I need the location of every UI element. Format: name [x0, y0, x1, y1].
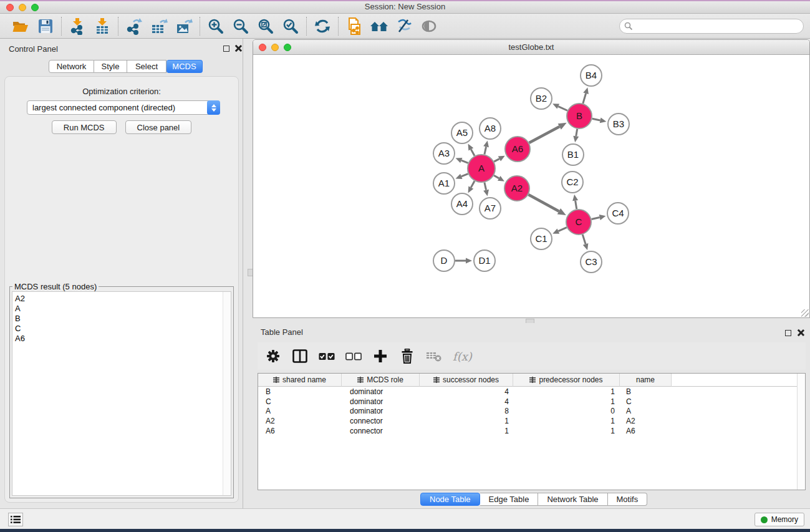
graph-node-A3[interactable]: A3: [433, 143, 455, 164]
graph-node-A6[interactable]: A6: [505, 137, 530, 162]
tab-node-table[interactable]: Node Table: [420, 493, 480, 506]
column-header-mcds-role[interactable]: MCDS role: [342, 374, 420, 387]
close-panel-icon[interactable]: [234, 45, 241, 52]
graph-node-A5[interactable]: A5: [451, 122, 473, 143]
column-header-predecessor-nodes[interactable]: predecessor nodes: [513, 374, 620, 387]
run-mcds-button[interactable]: Run MCDS: [52, 120, 117, 134]
hide-selected-icon[interactable]: [395, 17, 413, 36]
graph-node-B[interactable]: B: [567, 104, 592, 128]
graph-edge[interactable]: [494, 175, 499, 178]
mcds-result-item[interactable]: A2: [15, 294, 25, 304]
add-column-icon[interactable]: [372, 348, 388, 364]
window-resize-grip[interactable]: [801, 309, 809, 317]
mcds-result-item[interactable]: B: [15, 314, 25, 324]
zoom-selected-icon[interactable]: [281, 17, 300, 36]
network-window-titlebar[interactable]: testGlobe.txt: [253, 40, 809, 55]
refresh-icon[interactable]: [313, 17, 332, 36]
mcds-result-item[interactable]: A: [15, 304, 25, 314]
graph-edge[interactable]: [558, 107, 567, 111]
graph-node-C[interactable]: C: [566, 210, 591, 235]
column-header-name[interactable]: name: [620, 374, 672, 387]
graph-edge[interactable]: [471, 149, 475, 155]
close-panel-icon[interactable]: [797, 329, 804, 336]
tab-network-table[interactable]: Network Table: [538, 493, 607, 506]
save-session-icon[interactable]: [36, 17, 55, 36]
mcds-result-item[interactable]: A6: [15, 334, 25, 344]
graph-node-C1[interactable]: C1: [531, 228, 552, 249]
tab-style[interactable]: Style: [94, 60, 127, 73]
graph-edge[interactable]: [576, 129, 577, 137]
table-row[interactable]: Adominator80A: [258, 407, 805, 417]
graph-node-A1[interactable]: A1: [433, 173, 455, 194]
column-visibility-icon[interactable]: [292, 348, 308, 364]
graph-node-A[interactable]: A: [468, 155, 495, 182]
graph-node-A2[interactable]: A2: [504, 176, 529, 201]
search-field[interactable]: [619, 19, 804, 34]
mcds-list-scrollbar[interactable]: [223, 292, 231, 495]
zoom-in-icon[interactable]: [206, 17, 225, 36]
export-image-icon[interactable]: [175, 17, 193, 36]
tab-select[interactable]: Select: [127, 60, 166, 73]
mcds-result-list[interactable]: A2ABCA6: [12, 291, 231, 496]
graph-edge[interactable]: [583, 94, 586, 104]
open-session-icon[interactable]: [11, 17, 30, 36]
column-header-successor-nodes[interactable]: successor nodes: [420, 374, 513, 387]
graph-node-D1[interactable]: D1: [474, 250, 495, 271]
graph-edge[interactable]: [485, 182, 486, 190]
graph-node-A4[interactable]: A4: [451, 193, 473, 215]
zoom-out-icon[interactable]: [231, 17, 250, 36]
graph-edge[interactable]: [582, 235, 586, 244]
graph-node-B4[interactable]: B4: [581, 65, 602, 86]
graph-node-B2[interactable]: B2: [531, 88, 552, 109]
table-row[interactable]: A6connector11A6: [258, 426, 805, 436]
window-titlebar[interactable]: Session: New Session: [0, 0, 810, 14]
tab-mcds[interactable]: MCDS: [166, 60, 203, 73]
graph-node-D[interactable]: D: [433, 250, 455, 271]
float-panel-icon[interactable]: [223, 46, 229, 52]
select-all-checkboxes-icon[interactable]: [319, 348, 335, 364]
tab-motifs[interactable]: Motifs: [608, 493, 648, 506]
dropdown-stepper-icon[interactable]: [207, 100, 220, 115]
function-builder-icon[interactable]: f(x): [453, 350, 472, 363]
table-row[interactable]: Bdominator41B: [258, 387, 805, 397]
first-neighbors-icon[interactable]: [370, 17, 388, 36]
table-scrollbar[interactable]: [797, 374, 805, 490]
delete-table-icon[interactable]: [426, 348, 442, 364]
graph-edge[interactable]: [528, 195, 559, 211]
graph-node-B3[interactable]: B3: [608, 114, 629, 135]
table-row[interactable]: Cdominator41C: [258, 397, 805, 407]
import-table-icon[interactable]: [93, 17, 112, 36]
zoom-fit-icon[interactable]: [256, 17, 275, 36]
import-network-icon[interactable]: [68, 17, 87, 36]
memory-button[interactable]: Memory: [755, 513, 804, 526]
graph-edge[interactable]: [461, 160, 468, 163]
graph-edge[interactable]: [494, 159, 499, 162]
network-canvas[interactable]: B4B2BB3A5A8A6B1A3AC2A1A2A4A7C4CC1C3DD1: [253, 55, 809, 317]
export-network-icon[interactable]: [125, 17, 143, 36]
show-all-eye-icon[interactable]: [420, 17, 438, 36]
graph-edge[interactable]: [529, 127, 560, 143]
column-header-shared-name[interactable]: shared name: [258, 374, 342, 387]
search-input[interactable]: [619, 19, 804, 34]
graph-node-A8[interactable]: A8: [480, 118, 501, 139]
float-panel-icon[interactable]: [785, 330, 791, 336]
graph-edge[interactable]: [461, 174, 468, 177]
table-row[interactable]: A2connector11A2: [258, 416, 805, 426]
graph-node-C2[interactable]: C2: [562, 172, 583, 193]
network-list-button[interactable]: [8, 513, 23, 526]
tab-edge-table[interactable]: Edge Table: [480, 493, 539, 506]
graph-edge[interactable]: [591, 218, 599, 220]
graph-edge[interactable]: [576, 201, 577, 210]
tab-network[interactable]: Network: [49, 60, 94, 73]
optimization-criterion-dropdown[interactable]: largest connected component (directed): [27, 100, 220, 115]
export-table-icon[interactable]: [150, 17, 168, 36]
graph-node-B1[interactable]: B1: [562, 144, 584, 165]
delete-column-trash-icon[interactable]: [399, 348, 415, 364]
mcds-result-item[interactable]: C: [15, 324, 25, 334]
graph-node-C3[interactable]: C3: [581, 251, 602, 273]
close-panel-button[interactable]: Close panel: [125, 120, 192, 134]
graph-edge[interactable]: [558, 228, 566, 231]
table-options-gear-icon[interactable]: [265, 348, 281, 364]
graph-edge[interactable]: [471, 181, 475, 187]
deselect-all-checkboxes-icon[interactable]: [345, 348, 362, 364]
